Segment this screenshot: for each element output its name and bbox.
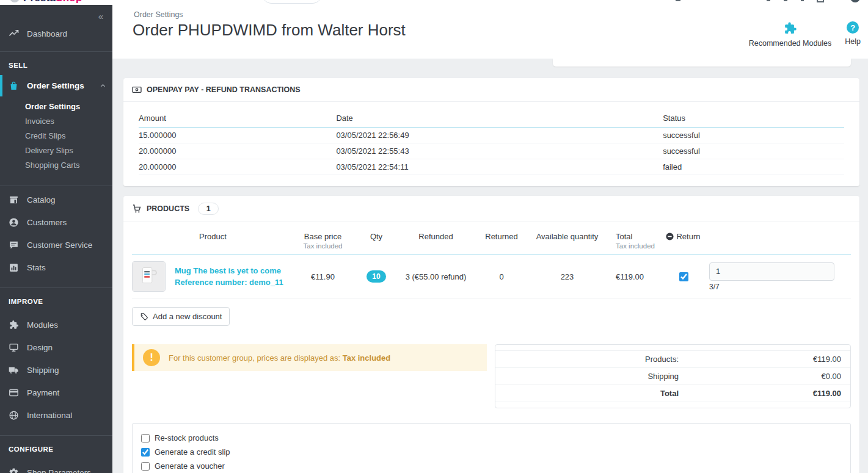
shipping-total-value: €0.00 [679, 372, 841, 381]
cell-base-price: €11.90 [294, 255, 352, 298]
refund-transactions-panel: OPENPAY PAY - REFUND TRANSACTIONS Amount… [123, 78, 859, 186]
cell-date: 03/05/2021 22:54:11 [336, 159, 663, 175]
option-generate-credit-slip[interactable]: Generate a credit slip [141, 447, 842, 457]
minus-circle-icon [666, 233, 674, 242]
globe-icon [9, 410, 19, 421]
products-count-badge: 1 [198, 203, 219, 215]
chat-bubble-icon [9, 240, 19, 250]
column-header-total: Total Tax included [602, 226, 657, 255]
help-icon: ? [847, 21, 859, 34]
option-restock-products[interactable]: Re-stock products [141, 433, 842, 442]
product-name-link[interactable]: Mug The best is yet to come [175, 265, 294, 277]
submenu-item-delivery-slips[interactable]: Delivery Slips [0, 143, 112, 157]
refund-transactions-table: Amount Date Status 15.000000 03/05/2021 … [139, 109, 844, 175]
sidebar-item-stats[interactable]: Stats [0, 256, 112, 279]
product-thumbnail [132, 261, 166, 292]
topbar-icon-fragment [676, 0, 680, 1]
column-header-base-price: Base price Tax included [294, 226, 352, 255]
sidebar-item-label: Modules [27, 320, 58, 330]
content-area: OPENPAY PAY - REFUND TRANSACTIONS Amount… [112, 59, 868, 473]
cell-refunded: 3 (€55.00 refund) [401, 255, 471, 298]
sidebar-item-label: Shipping [27, 366, 59, 375]
credit-slip-checkbox[interactable] [141, 448, 150, 457]
topbar-icon-fragment [767, 0, 770, 1]
restock-checkbox[interactable] [141, 434, 150, 442]
sidebar-item-design[interactable]: Design [0, 336, 112, 359]
tax-included-note: Tax included [616, 242, 657, 250]
cell-status: successful [663, 128, 844, 143]
column-header-product: Product [132, 226, 294, 255]
topbar-icon-fragment [817, 0, 824, 2]
cell-available-quantity: 223 [532, 255, 602, 298]
products-panel: PRODUCTS 1 Product Base price Tax includ… [123, 196, 859, 473]
bar-chart-icon [9, 262, 19, 273]
gear-icon [9, 468, 19, 473]
sidebar-item-modules[interactable]: Modules [0, 314, 112, 336]
sidebar-item-dashboard[interactable]: Dashboard [0, 23, 112, 45]
sidebar-item-label: Customers [27, 218, 67, 227]
recommended-modules-button[interactable]: Recommended Modules [749, 21, 832, 48]
tax-warning-alert: ! For this customer group, prices are di… [132, 344, 487, 371]
puzzle-icon [783, 21, 797, 35]
sidebar-collapse-button[interactable]: « [98, 11, 103, 21]
column-header-returned: Returned [471, 226, 532, 255]
sidebar-item-shop-parameters[interactable]: Shop Parameters [0, 461, 112, 473]
topbar-avatar[interactable] [850, 0, 860, 2]
qty-badge: 10 [367, 270, 385, 283]
banknote-icon [132, 85, 142, 95]
cell-returned: 0 [471, 255, 532, 298]
sidebar-item-customer-service[interactable]: Customer Service [0, 234, 112, 256]
column-header-qty: Qty [352, 226, 401, 255]
summary-row-shipping: Shipping €0.00 [495, 368, 850, 385]
sidebar-item-order-settings[interactable]: Order Settings [0, 75, 112, 96]
page-header: Order Settings Order PHUPDWIMD from Walt… [112, 5, 868, 59]
sidebar-item-payment[interactable]: Payment [0, 381, 112, 404]
sidebar-section-sell: SELL [0, 52, 112, 75]
voucher-checkbox[interactable] [141, 462, 150, 471]
submenu-item-credit-slips[interactable]: Credit Slips [0, 128, 112, 143]
sidebar-item-label: Stats [27, 263, 46, 272]
topbar-icon-fragment [784, 0, 787, 1]
submenu-item-invoices[interactable]: Invoices [0, 114, 112, 128]
sidebar-item-international[interactable]: International [0, 404, 112, 427]
order-totals-summary: Products: €119.00 Shipping €0.00 Total €… [495, 344, 851, 408]
return-checkbox[interactable] [679, 272, 688, 281]
sidebar-item-shipping[interactable]: Shipping [0, 359, 112, 381]
column-header-available-quantity: Available quantity [532, 226, 602, 255]
topbar: PrestaShop [0, 0, 868, 5]
submenu-item-order-settings[interactable]: Order Settings [0, 99, 112, 114]
sidebar-item-label: Catalog [27, 195, 56, 204]
sidebar-item-label: Order Settings [27, 81, 84, 90]
table-row: 20.000000 03/05/2021 22:54:11 failed [139, 159, 844, 175]
table-row: 15.000000 03/05/2021 22:56:49 successful [139, 128, 844, 143]
sidebar-item-catalog[interactable]: Catalog [0, 189, 112, 211]
product-reference-link[interactable]: Reference number: demo_11 [175, 276, 294, 289]
tax-included-note: Tax included [294, 242, 352, 250]
help-button[interactable]: ? Help [845, 21, 861, 46]
option-generate-voucher[interactable]: Generate a voucher [141, 461, 842, 471]
column-header-date: Date [336, 109, 663, 128]
cell-date: 03/05/2021 22:56:49 [336, 128, 663, 143]
sidebar-item-label: Shop Parameters [27, 468, 91, 473]
add-discount-button[interactable]: Add a new discount [132, 307, 230, 326]
cell-status: successful [663, 143, 844, 159]
order-settings-submenu: Order Settings Invoices Credit Slips Del… [0, 96, 112, 179]
sidebar-item-label: Payment [27, 388, 59, 397]
cell-amount: 20.000000 [139, 159, 336, 175]
search-input[interactable] [261, 0, 323, 4]
page-title: Order PHUPDWIMD from Walter Horst [133, 21, 406, 40]
return-quantity-input[interactable] [709, 262, 834, 281]
sidebar-item-label: Customer Service [27, 240, 92, 250]
storefront-icon [9, 195, 19, 205]
help-label: Help [845, 37, 861, 46]
cell-return-checkbox [657, 255, 709, 298]
submenu-item-shopping-carts[interactable]: Shopping Carts [0, 157, 112, 172]
cell-status: failed [663, 159, 844, 175]
products-total-value: €119.00 [679, 355, 841, 364]
cell-total: €119.00 [602, 255, 657, 298]
sidebar-item-customers[interactable]: Customers [0, 211, 112, 234]
breadcrumb[interactable]: Order Settings [134, 10, 183, 19]
column-header-amount: Amount [139, 109, 336, 128]
sidebar: « Dashboard SELL Order Settings Order Se… [0, 5, 112, 473]
sidebar-item-label: International [27, 411, 72, 420]
